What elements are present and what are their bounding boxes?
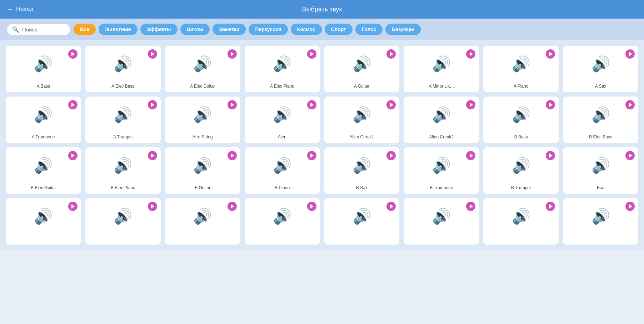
play-button[interactable] (307, 49, 316, 59)
sound-card[interactable]: 🔊Alien Creak2 (404, 97, 479, 143)
play-button[interactable] (228, 151, 237, 160)
filter-btn-1[interactable]: Животные (99, 24, 138, 35)
search-input[interactable] (22, 26, 65, 33)
sound-label: Alien Creak1 (350, 134, 374, 139)
filter-bar: 🔍 ВсеЖивотныеЭффектыЦиклыЗаметкиПеркусси… (0, 19, 644, 40)
play-button[interactable] (148, 202, 157, 211)
sound-card[interactable]: 🔊A Minor Uk… (404, 46, 479, 92)
sound-label: B Guitar (195, 185, 210, 190)
sound-card[interactable]: 🔊A Elec Guitar (165, 46, 240, 92)
sound-card[interactable]: 🔊B Elec Piano (85, 147, 161, 194)
play-button[interactable] (228, 100, 237, 109)
play-button[interactable] (625, 49, 635, 59)
play-button[interactable] (466, 100, 475, 109)
speaker-icon: 🔊 (114, 55, 132, 73)
play-button[interactable] (148, 49, 157, 59)
sound-card[interactable]: 🔊A Trumpet (85, 97, 161, 143)
sound-card[interactable]: 🔊A Piano (483, 46, 559, 92)
speaker-icon: 🔊 (193, 207, 212, 225)
play-button[interactable] (228, 49, 237, 59)
play-button[interactable] (386, 202, 396, 211)
play-button[interactable] (546, 151, 555, 160)
play-button[interactable] (546, 100, 555, 109)
sound-label: B Elec Piano (111, 185, 135, 190)
play-button[interactable] (625, 151, 635, 160)
play-button[interactable] (307, 100, 316, 109)
filter-buttons: ВсеЖивотныеЭффектыЦиклыЗаметкиПеркуссияК… (74, 24, 421, 35)
sound-card[interactable]: 🔊Alert (245, 97, 320, 143)
sound-card[interactable]: 🔊B Trombone (404, 147, 479, 194)
filter-btn-6[interactable]: Космос (291, 24, 322, 35)
speaker-icon: 🔊 (114, 106, 132, 123)
sound-card[interactable]: 🔊A Elec Bass (85, 46, 161, 92)
play-button[interactable] (68, 100, 78, 109)
filter-btn-9[interactable]: Безумцы (385, 24, 421, 35)
play-button[interactable] (546, 49, 555, 59)
play-button[interactable] (625, 202, 635, 211)
sound-card[interactable]: 🔊A Bass (6, 46, 81, 92)
sound-card[interactable]: 🔊B Elec Bass (563, 97, 638, 143)
speaker-icon: 🔊 (512, 207, 530, 225)
sound-card[interactable]: 🔊 (563, 198, 638, 245)
sound-card[interactable]: 🔊Afro String (165, 97, 240, 143)
sound-card[interactable]: 🔊B Piano (245, 147, 320, 194)
search-box[interactable]: 🔍 (7, 24, 70, 35)
play-button[interactable] (466, 202, 475, 211)
play-button[interactable] (546, 202, 555, 211)
sound-card[interactable]: 🔊 (324, 198, 400, 245)
play-button[interactable] (307, 151, 316, 160)
back-button[interactable]: ← Назад (7, 6, 34, 13)
speaker-icon: 🔊 (432, 207, 451, 225)
play-button[interactable] (386, 151, 396, 160)
play-button[interactable] (466, 49, 475, 59)
play-button[interactable] (625, 100, 635, 109)
filter-btn-0[interactable]: Все (74, 24, 96, 35)
speaker-icon: 🔊 (273, 207, 291, 225)
play-button[interactable] (386, 100, 396, 109)
play-button[interactable] (68, 202, 78, 211)
header: ← Назад Выбрать звук (0, 0, 644, 19)
sound-label: A Sax (595, 84, 606, 89)
play-button[interactable] (307, 202, 316, 211)
speaker-icon: 🔊 (273, 55, 291, 73)
sound-card[interactable]: 🔊Baa (563, 147, 638, 194)
sound-label: A Minor Uk… (429, 84, 454, 89)
sound-card[interactable]: 🔊 (85, 198, 161, 245)
play-button[interactable] (466, 151, 475, 160)
play-button[interactable] (386, 49, 396, 59)
sound-card[interactable]: 🔊Alien Creak1 (324, 97, 400, 143)
sound-card[interactable]: 🔊B Trumpet (483, 147, 559, 194)
filter-btn-5[interactable]: Перкуссия (249, 24, 288, 35)
filter-btn-7[interactable]: Спорт (325, 24, 353, 35)
sound-card[interactable]: 🔊 (6, 198, 81, 245)
sound-card[interactable]: 🔊A Elec Piano (245, 46, 320, 92)
filter-btn-2[interactable]: Эффекты (140, 24, 178, 35)
sound-card[interactable]: 🔊 (245, 198, 320, 245)
sound-card[interactable]: 🔊A Guitar (324, 46, 400, 92)
sound-card[interactable]: 🔊B Bass (483, 97, 559, 143)
speaker-icon: 🔊 (512, 106, 530, 123)
play-button[interactable] (148, 151, 157, 160)
filter-btn-4[interactable]: Заметки (213, 24, 246, 35)
sound-label: A Piano (514, 84, 528, 89)
sound-card[interactable]: 🔊B Sax (324, 147, 400, 194)
sound-card[interactable]: 🔊 (483, 198, 559, 245)
sound-label: Alien Creak2 (429, 134, 454, 139)
play-button[interactable] (68, 49, 78, 59)
sound-label: A Guitar (354, 84, 369, 89)
play-button[interactable] (68, 151, 78, 160)
sound-card[interactable]: 🔊 (165, 198, 240, 245)
sound-card[interactable]: 🔊A Trombone (6, 97, 81, 143)
sound-card[interactable]: 🔊B Elec Guitar (6, 147, 81, 194)
sound-grid: 🔊A Bass🔊A Elec Bass🔊A Elec Guitar🔊A Elec… (0, 40, 644, 250)
speaker-icon: 🔊 (353, 157, 371, 174)
sound-label: B Elec Guitar (31, 185, 56, 190)
sound-card[interactable]: 🔊 (404, 198, 479, 245)
sound-card[interactable]: 🔊B Guitar (165, 147, 240, 194)
sound-card[interactable]: 🔊A Sax (563, 46, 638, 92)
filter-btn-8[interactable]: Голос (355, 24, 383, 35)
play-button[interactable] (148, 100, 157, 109)
filter-btn-3[interactable]: Циклы (180, 24, 210, 35)
speaker-icon: 🔊 (114, 207, 132, 225)
play-button[interactable] (228, 202, 237, 211)
